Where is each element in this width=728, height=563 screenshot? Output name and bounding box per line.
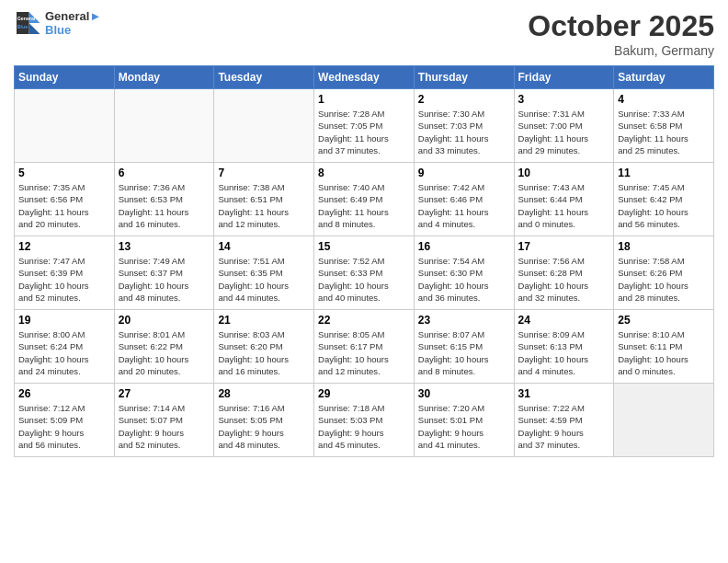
day-info: Sunrise: 7:42 AMSunset: 6:46 PMDaylight:… bbox=[418, 181, 510, 230]
weekday-header-saturday: Saturday bbox=[614, 66, 714, 89]
calendar-week-4: 19Sunrise: 8:00 AMSunset: 6:24 PMDayligh… bbox=[15, 310, 714, 384]
calendar-cell: 21Sunrise: 8:03 AMSunset: 6:20 PMDayligh… bbox=[214, 310, 314, 384]
calendar-cell: 11Sunrise: 7:45 AMSunset: 6:42 PMDayligh… bbox=[614, 163, 714, 236]
calendar-week-2: 5Sunrise: 7:35 AMSunset: 6:56 PMDaylight… bbox=[15, 163, 714, 236]
calendar-cell: 3Sunrise: 7:31 AMSunset: 7:00 PMDaylight… bbox=[514, 89, 614, 163]
day-number: 17 bbox=[518, 240, 610, 253]
day-info: Sunrise: 7:40 AMSunset: 6:49 PMDaylight:… bbox=[318, 181, 410, 230]
calendar-table: SundayMondayTuesdayWednesdayThursdayFrid… bbox=[14, 65, 714, 457]
day-info: Sunrise: 7:43 AMSunset: 6:44 PMDaylight:… bbox=[518, 181, 610, 230]
day-number: 13 bbox=[119, 240, 210, 253]
day-info: Sunrise: 7:36 AMSunset: 6:53 PMDaylight:… bbox=[119, 181, 210, 230]
day-info: Sunrise: 7:22 AMSunset: 4:59 PMDaylight:… bbox=[518, 402, 610, 451]
day-info: Sunrise: 7:45 AMSunset: 6:42 PMDaylight:… bbox=[618, 181, 710, 230]
calendar-cell: 24Sunrise: 8:09 AMSunset: 6:13 PMDayligh… bbox=[514, 310, 614, 384]
day-number: 5 bbox=[18, 167, 110, 179]
day-info: Sunrise: 8:03 AMSunset: 6:20 PMDaylight:… bbox=[218, 328, 310, 377]
calendar-cell: 9Sunrise: 7:42 AMSunset: 6:46 PMDaylight… bbox=[414, 163, 514, 236]
day-info: Sunrise: 7:47 AMSunset: 6:39 PMDaylight:… bbox=[18, 255, 110, 304]
calendar-cell: 20Sunrise: 8:01 AMSunset: 6:22 PMDayligh… bbox=[114, 310, 214, 384]
logo: General Blue General► Blue bbox=[14, 9, 101, 37]
day-info: Sunrise: 7:33 AMSunset: 6:58 PMDaylight:… bbox=[618, 108, 710, 156]
weekday-header-wednesday: Wednesday bbox=[314, 66, 415, 89]
day-number: 26 bbox=[18, 387, 110, 400]
calendar-cell: 13Sunrise: 7:49 AMSunset: 6:37 PMDayligh… bbox=[114, 236, 214, 310]
day-info: Sunrise: 7:58 AMSunset: 6:26 PMDaylight:… bbox=[618, 255, 710, 304]
day-number: 2 bbox=[418, 93, 510, 106]
day-number: 12 bbox=[18, 240, 110, 253]
weekday-header-row: SundayMondayTuesdayWednesdayThursdayFrid… bbox=[15, 66, 714, 89]
calendar-cell: 12Sunrise: 7:47 AMSunset: 6:39 PMDayligh… bbox=[15, 236, 115, 310]
day-info: Sunrise: 7:49 AMSunset: 6:37 PMDaylight:… bbox=[119, 255, 210, 304]
calendar-cell: 30Sunrise: 7:20 AMSunset: 5:01 PMDayligh… bbox=[414, 384, 514, 457]
calendar-cell: 6Sunrise: 7:36 AMSunset: 6:53 PMDaylight… bbox=[114, 163, 214, 236]
calendar-week-5: 26Sunrise: 7:12 AMSunset: 5:09 PMDayligh… bbox=[15, 384, 714, 457]
month-title: October 2025 bbox=[528, 9, 714, 43]
calendar-cell: 28Sunrise: 7:16 AMSunset: 5:05 PMDayligh… bbox=[214, 384, 314, 457]
calendar-cell: 19Sunrise: 8:00 AMSunset: 6:24 PMDayligh… bbox=[15, 310, 115, 384]
calendar-week-1: 1Sunrise: 7:28 AMSunset: 7:05 PMDaylight… bbox=[15, 89, 714, 163]
day-info: Sunrise: 8:00 AMSunset: 6:24 PMDaylight:… bbox=[18, 328, 110, 377]
day-info: Sunrise: 7:14 AMSunset: 5:07 PMDaylight:… bbox=[119, 402, 210, 451]
weekday-header-friday: Friday bbox=[514, 66, 614, 89]
calendar-cell: 1Sunrise: 7:28 AMSunset: 7:05 PMDaylight… bbox=[314, 89, 415, 163]
day-number: 11 bbox=[618, 167, 710, 179]
svg-marker-1 bbox=[29, 23, 40, 34]
calendar-cell bbox=[114, 89, 214, 163]
calendar-cell: 16Sunrise: 7:54 AMSunset: 6:30 PMDayligh… bbox=[414, 236, 514, 310]
day-info: Sunrise: 7:28 AMSunset: 7:05 PMDaylight:… bbox=[318, 108, 410, 156]
logo-icon: General Blue bbox=[14, 9, 41, 37]
title-block: October 2025 Bakum, Germany bbox=[528, 9, 714, 58]
calendar-cell: 14Sunrise: 7:51 AMSunset: 6:35 PMDayligh… bbox=[214, 236, 314, 310]
calendar-week-3: 12Sunrise: 7:47 AMSunset: 6:39 PMDayligh… bbox=[15, 236, 714, 310]
page-container: General Blue General► Blue October 2025 … bbox=[0, 0, 728, 466]
day-number: 21 bbox=[218, 314, 310, 327]
weekday-header-monday: Monday bbox=[114, 66, 214, 89]
day-info: Sunrise: 7:30 AMSunset: 7:03 PMDaylight:… bbox=[418, 108, 510, 156]
day-number: 28 bbox=[218, 387, 310, 400]
calendar-cell: 31Sunrise: 7:22 AMSunset: 4:59 PMDayligh… bbox=[514, 384, 614, 457]
day-number: 8 bbox=[318, 167, 410, 179]
day-info: Sunrise: 7:35 AMSunset: 6:56 PMDaylight:… bbox=[18, 181, 110, 230]
day-number: 9 bbox=[418, 167, 510, 179]
day-info: Sunrise: 8:09 AMSunset: 6:13 PMDaylight:… bbox=[518, 328, 610, 377]
calendar-cell: 8Sunrise: 7:40 AMSunset: 6:49 PMDaylight… bbox=[314, 163, 415, 236]
calendar-cell: 15Sunrise: 7:52 AMSunset: 6:33 PMDayligh… bbox=[314, 236, 415, 310]
day-info: Sunrise: 7:56 AMSunset: 6:28 PMDaylight:… bbox=[518, 255, 610, 304]
calendar-cell: 18Sunrise: 7:58 AMSunset: 6:26 PMDayligh… bbox=[614, 236, 714, 310]
day-number: 19 bbox=[18, 314, 110, 327]
day-number: 27 bbox=[119, 387, 210, 400]
weekday-header-tuesday: Tuesday bbox=[214, 66, 314, 89]
day-info: Sunrise: 8:07 AMSunset: 6:15 PMDaylight:… bbox=[418, 328, 510, 377]
day-info: Sunrise: 7:18 AMSunset: 5:03 PMDaylight:… bbox=[318, 402, 410, 451]
calendar-cell: 23Sunrise: 8:07 AMSunset: 6:15 PMDayligh… bbox=[414, 310, 514, 384]
calendar-cell bbox=[15, 89, 115, 163]
location: Bakum, Germany bbox=[528, 43, 714, 58]
day-number: 10 bbox=[518, 167, 610, 179]
day-number: 15 bbox=[318, 240, 410, 253]
logo-text: General► Blue bbox=[45, 9, 101, 37]
calendar-cell: 26Sunrise: 7:12 AMSunset: 5:09 PMDayligh… bbox=[15, 384, 115, 457]
day-info: Sunrise: 8:10 AMSunset: 6:11 PMDaylight:… bbox=[618, 328, 710, 377]
calendar-cell bbox=[614, 384, 714, 457]
day-info: Sunrise: 7:52 AMSunset: 6:33 PMDaylight:… bbox=[318, 255, 410, 304]
day-number: 14 bbox=[218, 240, 310, 253]
calendar-cell: 4Sunrise: 7:33 AMSunset: 6:58 PMDaylight… bbox=[614, 89, 714, 163]
day-number: 4 bbox=[618, 93, 710, 106]
day-number: 24 bbox=[518, 314, 610, 327]
day-info: Sunrise: 7:38 AMSunset: 6:51 PMDaylight:… bbox=[218, 181, 310, 230]
day-number: 22 bbox=[318, 314, 410, 327]
day-number: 31 bbox=[518, 387, 610, 400]
calendar-cell: 27Sunrise: 7:14 AMSunset: 5:07 PMDayligh… bbox=[114, 384, 214, 457]
day-number: 18 bbox=[618, 240, 710, 253]
calendar-cell: 2Sunrise: 7:30 AMSunset: 7:03 PMDaylight… bbox=[414, 89, 514, 163]
calendar-cell: 10Sunrise: 7:43 AMSunset: 6:44 PMDayligh… bbox=[514, 163, 614, 236]
day-number: 6 bbox=[119, 167, 210, 179]
weekday-header-sunday: Sunday bbox=[15, 66, 115, 89]
day-number: 29 bbox=[318, 387, 410, 400]
day-number: 25 bbox=[618, 314, 710, 327]
header: General Blue General► Blue October 2025 … bbox=[14, 9, 714, 58]
day-info: Sunrise: 7:51 AMSunset: 6:35 PMDaylight:… bbox=[218, 255, 310, 304]
day-info: Sunrise: 7:54 AMSunset: 6:30 PMDaylight:… bbox=[418, 255, 510, 304]
calendar-cell: 5Sunrise: 7:35 AMSunset: 6:56 PMDaylight… bbox=[15, 163, 115, 236]
